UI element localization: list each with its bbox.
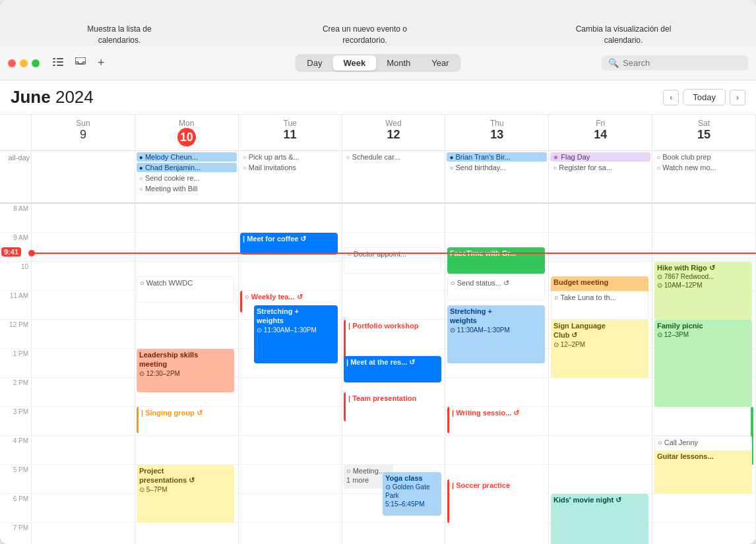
minimize-button[interactable]	[20, 59, 28, 67]
tab-year[interactable]: Year	[421, 55, 459, 71]
allday-event[interactable]: ○ Register for sa...	[550, 163, 650, 172]
allday-fri[interactable]: ★ Flag Day ○ Register for sa...	[549, 151, 652, 202]
sun-8am[interactable]	[32, 204, 135, 233]
event-stretching-tue[interactable]: Stretching +weights ⊙ 11:30AM–1:30PM	[254, 305, 338, 363]
wed-4pm[interactable]	[342, 436, 446, 465]
sat-3pm[interactable]	[652, 407, 756, 436]
fri-2pm[interactable]	[549, 378, 652, 407]
thu-8am[interactable]	[445, 204, 549, 233]
calendars-list-button[interactable]	[50, 55, 66, 72]
event-family-picnic[interactable]: Family picnic ⊙ 12–3PM	[654, 320, 752, 407]
mon-8am[interactable]	[135, 204, 239, 233]
allday-event[interactable]: ○ Mail invitations	[240, 163, 340, 172]
allday-sat[interactable]: ○ Book club prep ○ Watch new mo...	[652, 151, 756, 202]
event-yoga[interactable]: Yoga class ⊙ Golden Gate Park 5:15–6:45P…	[383, 472, 441, 516]
event-meet-for-coffee[interactable]: | Meet for coffee ↺	[240, 233, 338, 255]
allday-event[interactable]: ★ Flag Day	[550, 152, 650, 162]
fri-9am[interactable]	[549, 233, 652, 262]
allday-event[interactable]: ○ Send cookie re...	[137, 173, 237, 183]
thu-7pm[interactable]	[445, 523, 549, 544]
add-event-button[interactable]: +	[95, 53, 108, 73]
mon-4pm[interactable]	[135, 436, 239, 465]
event-kids-movie[interactable]: Kids' movie night ↺	[551, 494, 648, 544]
event-doctor[interactable]: ○ Doctor appoint...	[344, 247, 441, 274]
fri-8am[interactable]	[549, 204, 652, 233]
event-meet-at-res[interactable]: | Meet at the res... ↺	[344, 356, 441, 382]
sun-2pm[interactable]	[32, 378, 135, 407]
tab-month[interactable]: Month	[376, 55, 421, 71]
tue-4pm[interactable]	[239, 436, 342, 465]
inbox-button[interactable]	[73, 55, 88, 72]
sun-1pm[interactable]	[32, 349, 135, 378]
allday-event[interactable]: ● Brian Tran's Bir...	[447, 152, 547, 162]
event-stretching-thu[interactable]: Stretching +weights ⊙ 11:30AM–1:30PM	[447, 305, 545, 363]
allday-mon[interactable]: ● Melody Cheun... ● Chad Benjamin... ○ S…	[135, 151, 239, 202]
fri-3pm[interactable]	[549, 407, 652, 436]
today-button[interactable]: Today	[683, 89, 726, 106]
allday-event[interactable]: ○ Pick up arts &...	[240, 152, 340, 162]
time-grid[interactable]: 8 AM 9 AM	[0, 204, 756, 544]
sun-4pm[interactable]	[32, 436, 135, 465]
sun-3pm[interactable]	[32, 407, 135, 436]
fullscreen-button[interactable]	[32, 59, 40, 67]
sat-8am[interactable]	[652, 204, 756, 233]
sun-5pm[interactable]	[32, 465, 135, 494]
allday-wed[interactable]: ○ Schedule car...	[342, 151, 446, 202]
tue-6pm[interactable]	[239, 494, 342, 523]
search-input[interactable]	[623, 58, 741, 68]
event-writing-session[interactable]: | Writing sessio... ↺	[447, 407, 545, 433]
allday-event[interactable]: ● Melody Cheun...	[137, 152, 237, 162]
thu-2pm[interactable]	[445, 378, 549, 407]
sat-6pm[interactable]	[652, 494, 756, 523]
allday-event[interactable]: ○ Watch new mo...	[654, 163, 754, 172]
tue-10am[interactable]	[239, 262, 342, 291]
tue-3pm[interactable]	[239, 407, 342, 436]
allday-thu[interactable]: ● Brian Tran's Bir... ○ Send birthday...	[445, 151, 549, 202]
tue-7pm[interactable]	[239, 523, 342, 544]
sun-12pm[interactable]	[32, 320, 135, 349]
allday-event[interactable]: ○ Schedule car...	[344, 152, 444, 162]
allday-event[interactable]: ○ Send birthday...	[447, 163, 547, 172]
wed-7pm[interactable]	[342, 523, 446, 544]
tab-day[interactable]: Day	[296, 55, 332, 71]
next-week-button[interactable]: ›	[730, 90, 745, 106]
sat-9am[interactable]	[652, 233, 756, 262]
allday-event[interactable]: ● Chad Benjamin...	[137, 163, 237, 172]
annotation-2: Crea un nuevo evento o recordatorio.	[305, 24, 424, 46]
wed-11am[interactable]	[342, 291, 446, 320]
tue-8am[interactable]	[239, 204, 342, 233]
mon-7pm[interactable]	[135, 523, 239, 544]
allday-tue[interactable]: ○ Pick up arts &... ○ Mail invitations	[239, 151, 342, 202]
event-singing-group[interactable]: | Singing group ↺	[137, 407, 234, 433]
thu-4pm[interactable]	[445, 436, 549, 465]
tue-5pm[interactable]	[239, 465, 342, 494]
sun-6pm[interactable]	[32, 494, 135, 523]
event-leadership[interactable]: Leadership skillsmeeting ⊙ 12:30–2PM	[137, 349, 234, 392]
event-project-presentations[interactable]: Projectpresentations ↺ ⊙ 5–7PM	[137, 465, 234, 523]
event-soccer[interactable]: | Soccer practice	[447, 479, 545, 523]
event-watch-wwdc[interactable]: ○ Watch WWDC	[137, 276, 234, 303]
event-take-luna[interactable]: ○ Take Luna to th...	[551, 291, 648, 320]
mon-12pm[interactable]	[135, 320, 239, 349]
tab-week[interactable]: Week	[332, 55, 376, 71]
event-guitar[interactable]: Guitar lessons...	[654, 450, 752, 494]
event-sign-language[interactable]: Sign LanguageClub ↺ ⊙ 12–2PM	[551, 320, 648, 378]
sun-7pm[interactable]	[32, 523, 135, 544]
fri-5pm[interactable]	[549, 465, 652, 494]
sun-10am[interactable]	[32, 262, 135, 291]
sat-7pm[interactable]	[652, 523, 756, 544]
mon-9am[interactable]	[135, 233, 239, 262]
event-hike[interactable]: Hike with Rigo ↺ ⊙ 7867 Redwood... ⊙ 10A…	[654, 262, 752, 320]
prev-week-button[interactable]: ‹	[663, 90, 679, 106]
sun-9am[interactable]	[32, 233, 135, 262]
event-facetime[interactable]: FaceTime with Gr...	[447, 247, 545, 274]
event-team-presentation[interactable]: | Team presentation	[344, 392, 441, 421]
tue-2pm[interactable]	[239, 378, 342, 407]
close-button[interactable]	[8, 59, 16, 67]
event-send-status[interactable]: ○ Send status... ↺	[447, 276, 545, 300]
wed-8am[interactable]	[342, 204, 446, 233]
sun-11am[interactable]	[32, 291, 135, 320]
fri-4pm[interactable]	[549, 436, 652, 465]
allday-event[interactable]: ○ Book club prep	[654, 152, 754, 162]
allday-event[interactable]: ○ Meeting with Bill	[137, 184, 237, 193]
